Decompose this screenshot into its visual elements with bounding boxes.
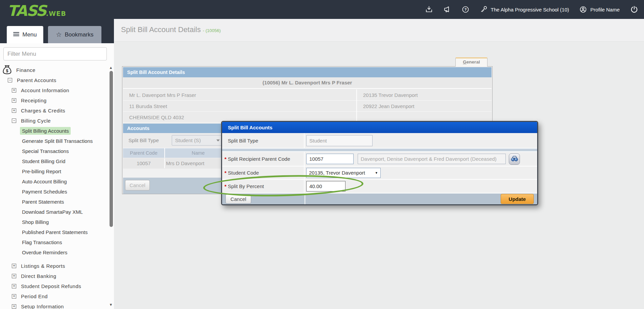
svg-text:$: $ <box>6 69 8 73</box>
help-icon[interactable]: ? <box>461 5 470 14</box>
column-name: Name <box>192 148 205 158</box>
sidebar-item-auto-account-billing[interactable]: Auto Account Billing <box>0 176 109 186</box>
school-selector[interactable]: The Alpha Progressive School (10) <box>480 5 569 14</box>
sidebar-item-flag-transactions[interactable]: Flag Transactions <box>0 237 109 247</box>
students-column: 20135 Trevor Davenport 20922 Jean Davenp… <box>357 89 492 123</box>
student-code-label: Student Code <box>228 170 259 176</box>
brand-block: TASS.WEB Menu ☆ Bookmarks <box>0 0 114 43</box>
page-title-account-number: - (10056) <box>203 28 221 33</box>
nav-tabs: Menu ☆ Bookmarks <box>7 26 101 43</box>
expand-box[interactable]: + <box>12 98 16 103</box>
split-recipient-parent-code-label: Split Recipient Parent Code <box>228 156 290 162</box>
scroll-down-icon[interactable]: ▼ <box>109 303 113 307</box>
expand-box[interactable]: + <box>12 284 16 288</box>
sidebar-item-download-smartapay-xml[interactable]: Download SmartaPay XML <box>0 207 109 217</box>
address-line: Mr L. Davenport Mrs P Fraser <box>123 89 356 101</box>
address-line: 11 Buruda Street <box>123 101 356 112</box>
split-recipient-parent-code-input[interactable] <box>306 154 354 164</box>
sidebar-item-finance[interactable]: $ Finance <box>0 65 109 75</box>
modal-update-button[interactable]: Update <box>501 194 534 204</box>
account-summary-line: (10056) Mr L. Davenport Mrs P Fraser <box>123 77 492 89</box>
details-panel-header: Split Bill Account Details <box>123 67 492 77</box>
split-bill-type-label: Split Bill Type <box>128 133 159 148</box>
sidebar-item-receipting[interactable]: +Receipting <box>0 95 109 105</box>
logout-icon[interactable] <box>630 5 639 14</box>
required-marker: * <box>224 183 226 189</box>
split-bill-accounts-modal: Split Bill Accounts Split Bill Type * Sp… <box>221 121 538 205</box>
modal-split-bill-type-label: Split Bill Type <box>228 138 258 144</box>
sidebar-item-overdue-reminders[interactable]: Overdue Reminders <box>0 247 109 257</box>
sidebar-item-student-deposit-refunds[interactable]: +Student Deposit Refunds <box>0 281 109 291</box>
tass-logo: TASS.WEB <box>7 2 66 19</box>
sidebar-item-setup-information[interactable]: +Setup Information <box>0 301 109 309</box>
collapse-box[interactable]: − <box>12 119 16 123</box>
tab-bookmarks-label: Bookmarks <box>65 31 94 38</box>
sidebar-item-shop-billing[interactable]: Shop Billing <box>0 217 109 227</box>
school-name: The Alpha Progressive School (10) <box>491 7 569 12</box>
sidebar-item-published-parent-statements[interactable]: Published Parent Statements <box>0 227 109 237</box>
modal-row-split-by-percent: * Split By Percent <box>222 180 537 194</box>
money-bag-icon: $ <box>3 65 11 75</box>
split-recipient-parent-name-field[interactable] <box>358 154 506 164</box>
modal-title: Split Bill Accounts <box>222 122 537 133</box>
announcements-icon[interactable] <box>443 5 451 14</box>
profile-icon <box>579 5 587 14</box>
profile-name: Profile Name <box>590 7 620 12</box>
sidebar-item-period-end[interactable]: +Period End <box>0 291 109 301</box>
expand-box[interactable]: + <box>12 264 16 268</box>
sidebar-item-billing-cycle[interactable]: −Billing Cycle <box>0 115 109 126</box>
cell-parent-code: 10057 <box>123 158 165 168</box>
modal-separator <box>222 149 537 152</box>
student-line: 20922 Jean Davenport <box>357 101 492 112</box>
sidebar-item-payment-schedules[interactable]: Payment Schedules <box>0 186 109 197</box>
student-code-select[interactable]: 20135, Trevor Davenport ▼ <box>306 168 381 178</box>
footer-column-divider <box>305 194 305 204</box>
content-titlebar: Split Bill Account Details- (10056) <box>114 19 644 42</box>
split-bill-type-select[interactable]: Student (S) <box>172 135 223 146</box>
sidebar-item-special-transactions[interactable]: Special Transactions <box>0 146 109 156</box>
required-marker: * <box>224 170 226 176</box>
modal-row-student-code: * Student Code 20135, Trevor Davenport ▼ <box>222 166 537 180</box>
svg-text:?: ? <box>464 7 467 11</box>
modal-footer: Cancel Update <box>222 194 537 204</box>
app-window: ? The Alpha Progressive School (10) Prof… <box>0 0 644 309</box>
sidebar-item-pre-billing-report[interactable]: Pre-billing Report <box>0 166 109 176</box>
sidebar-item-split-billing-accounts[interactable]: Split Billing Accounts <box>0 126 109 136</box>
expand-box[interactable]: + <box>12 304 16 309</box>
profile-menu[interactable]: Profile Name <box>579 5 620 14</box>
parent-address-column: Mr L. Davenport Mrs P Fraser 11 Buruda S… <box>123 89 357 123</box>
parent-search-button[interactable] <box>509 153 520 165</box>
download-icon[interactable] <box>425 5 433 14</box>
filter-menu-input[interactable] <box>3 47 107 60</box>
expand-box[interactable]: + <box>12 274 16 278</box>
modal-cancel-button[interactable]: Cancel <box>225 194 251 204</box>
scroll-up-icon[interactable]: ▲ <box>109 66 113 70</box>
split-by-percent-label: Split By Percent <box>228 183 264 189</box>
sidebar-item-student-billing-grid[interactable]: Student Billing Grid <box>0 156 109 166</box>
sidebar-item-account-information[interactable]: +Account Information <box>0 85 109 95</box>
accounts-cancel-button[interactable]: Cancel <box>125 180 150 190</box>
expand-box[interactable]: + <box>12 88 16 93</box>
sidebar-item-parent-accounts[interactable]: −Parent Accounts <box>0 75 109 85</box>
sidebar: $ Finance −Parent Accounts +Account Info… <box>0 43 114 309</box>
expand-box[interactable]: + <box>12 294 16 299</box>
modal-row-split-bill-type: Split Bill Type <box>222 133 537 149</box>
modal-split-bill-type-input[interactable] <box>306 135 373 146</box>
sidebar-item-listings-reports[interactable]: +Listings & Reports <box>0 261 109 271</box>
tab-menu[interactable]: Menu <box>7 26 43 43</box>
collapse-box[interactable]: − <box>8 78 12 82</box>
sidebar-item-direct-banking[interactable]: +Direct Banking <box>0 271 109 281</box>
page-title: Split Bill Account Details- (10056) <box>121 25 221 34</box>
address-block: Mr L. Davenport Mrs P Fraser 11 Buruda S… <box>123 89 492 123</box>
modal-row-split-recipient: * Split Recipient Parent Code <box>222 152 537 166</box>
sidebar-scrollbar-thumb[interactable] <box>110 71 113 227</box>
binoculars-icon <box>511 155 518 163</box>
sidebar-item-charges-credits[interactable]: +Charges & Credits <box>0 105 109 115</box>
tab-bookmarks[interactable]: ☆ Bookmarks <box>48 26 101 43</box>
tab-general[interactable]: General <box>455 57 487 67</box>
split-by-percent-input[interactable] <box>306 181 345 191</box>
sidebar-item-generate-split-bill-transactions[interactable]: Generate Split Bill Transactions <box>0 136 109 146</box>
expand-box[interactable]: + <box>12 108 16 113</box>
sidebar-item-parent-statements[interactable]: Parent Statements <box>0 197 109 207</box>
logo-suffix: .WEB <box>46 10 66 17</box>
